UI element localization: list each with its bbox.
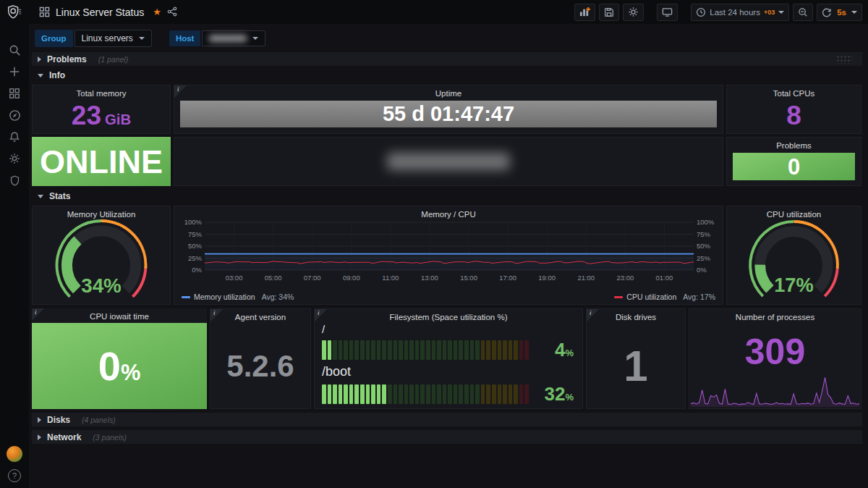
refresh-interval-label[interactable]: 5s [837,8,846,17]
panel-info-icon[interactable]: i [315,309,327,321]
row-disks[interactable]: Disks (4 panels) [32,413,862,426]
panel-memory-gauge: Memory Utilization 34% [32,206,171,305]
chevron-down-icon [38,195,43,198]
favorite-star-icon[interactable]: ★ [153,7,161,17]
dashboard-settings-button[interactable] [623,4,644,21]
legend-item-memory[interactable]: Memory utilization Avg: 34% [182,293,294,301]
panel-title[interactable]: Memory Utilization [33,206,170,221]
panel-info-icon[interactable]: i [587,309,599,321]
save-dashboard-button[interactable] [599,4,619,21]
online-status-fill: ONLINE [32,137,171,186]
memory-utilization-gauge: 34% [33,219,170,301]
chevron-down-icon [38,74,43,77]
row-panel-count: (4 panels) [82,416,116,424]
panel-problems-count: Problems 0 [726,137,861,186]
chevron-down-icon[interactable] [851,11,857,14]
panel-info-icon[interactable]: i [210,309,223,321]
panel-title[interactable]: Memory / CPU [174,206,723,221]
alerting-bell-icon[interactable] [8,130,21,143]
kiosk-tv-button[interactable] [657,4,678,21]
cpu-utilization-gauge: 17% [727,219,861,301]
chevron-right-icon [38,56,41,62]
refresh-group: 5s [817,4,862,21]
settings-gear-icon[interactable] [8,152,21,165]
panel-hostname [174,137,723,186]
panel-cpu-gauge: CPU utilization 17% [726,206,861,305]
host-filter-value[interactable] [202,30,265,46]
svg-text:0%: 0% [697,266,707,274]
svg-text:0%: 0% [192,266,202,274]
refresh-icon[interactable] [822,7,832,17]
svg-text:25%: 25% [188,254,203,262]
sidebar: ? [0,0,29,488]
redacted-host-value [209,35,247,42]
admin-shield-icon[interactable] [8,174,21,187]
svg-text:50%: 50% [188,242,203,250]
problems-value: 0 [788,156,800,178]
panel-title[interactable]: Problems [727,138,861,152]
dashboard-title[interactable]: Linux Server Status [56,7,144,18]
processes-value: 309 [745,334,805,370]
sidebar-bottom: ? [0,446,29,482]
share-icon[interactable] [167,7,178,17]
dashboards-icon[interactable] [8,87,21,100]
panel-uptime: i Uptime 55 d 01:47:47 [174,85,723,134]
redacted-hostname-value [387,153,510,170]
dashboard-title-group: Linux Server Status ★ [39,7,178,18]
panel-processes: Number of processes 309 [689,308,861,409]
zoom-out-button[interactable] [793,4,813,21]
template-variables: Group Linux servers Host [35,30,265,47]
filesystem-mount-label: / [322,324,574,336]
group-filter: Group Linux servers [35,30,152,47]
filesystem-value: 4% [536,339,574,361]
explore-compass-icon[interactable] [8,109,21,122]
svg-text:11:00: 11:00 [382,274,399,282]
iowait-value: 0% [98,346,141,387]
filesystem-bar: 32% [322,384,574,404]
svg-text:15:00: 15:00 [460,274,477,282]
panel-title[interactable]: CPU utilization [727,206,861,221]
panel-title[interactable]: Number of processes [689,309,861,324]
svg-text:21:00: 21:00 [577,274,595,282]
panel-title[interactable]: CPU iowait time [32,308,207,323]
app-logo-icon[interactable] [6,4,23,20]
search-icon[interactable] [8,43,21,56]
svg-text:75%: 75% [188,230,203,238]
panel-title[interactable]: Total CPUs [727,85,861,100]
panel-memory-cpu-chart: Memory / CPU 0%0%25%25%50%50%75%75%100%1… [174,206,723,305]
panel-info-icon[interactable]: i [174,85,187,98]
panel-title[interactable]: Total memory [33,85,170,100]
iowait-fill: 0% [32,323,207,409]
time-range-picker[interactable]: Last 24 hours +03 [691,4,789,21]
add-panel-button[interactable] [574,4,595,21]
row-stats[interactable]: Stats [32,190,862,203]
help-icon[interactable]: ? [8,469,21,482]
svg-text:03:00: 03:00 [226,274,243,282]
filesystem-value: 32% [536,383,574,405]
panel-title[interactable]: Filesystem (Space utilization %) [315,309,582,324]
panel-filesystem: i Filesystem (Space utilization %) /4%/b… [314,308,583,409]
svg-text:09:00: 09:00 [343,274,360,282]
panel-title[interactable]: Uptime [174,85,723,100]
create-plus-icon[interactable] [8,65,21,78]
row-problems[interactable]: Problems (1 panel) [32,52,862,66]
panel-title[interactable]: Disk drives [587,309,685,324]
legend-item-cpu[interactable]: CPU utilization Avg: 17% [614,293,715,301]
row-info[interactable]: Info [32,69,862,82]
panel-info-icon[interactable]: i [32,308,44,321]
uptime-bar: 55 d 01:47:47 [180,101,717,127]
user-avatar[interactable] [7,446,22,462]
panel-title[interactable]: Agent version [210,309,310,324]
group-filter-value[interactable]: Linux servers [75,30,152,47]
dashboard-grid-icon [39,7,50,17]
filesystem-bar: 4% [322,340,574,360]
svg-text:17:00: 17:00 [499,274,516,282]
total-memory-value: 23GiB [72,102,131,129]
legend-marker [182,296,190,298]
panel-cpu-iowait: i CPU iowait time 0% [32,308,207,409]
topbar: Linux Server Status ★ Last 24 h [29,0,868,24]
svg-text:01:00: 01:00 [656,274,673,282]
row-network[interactable]: Network (3 panels) [32,430,862,444]
svg-text:25%: 25% [697,254,711,262]
row-drag-handle[interactable] [836,55,852,64]
